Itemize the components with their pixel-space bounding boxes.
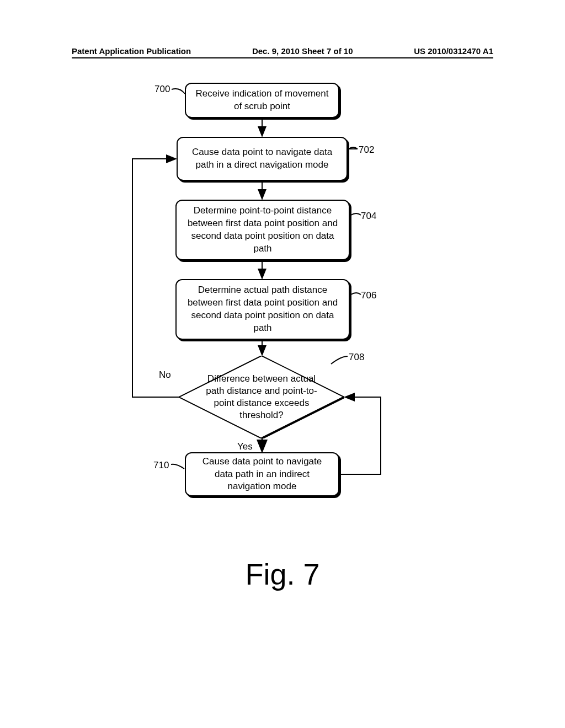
label-no: No — [159, 370, 171, 381]
header-left: Patent Application Publication — [72, 46, 191, 56]
step-700-receive-indication: Receive indication of movement of scrub … — [185, 83, 339, 118]
header-right: US 2010/0312470 A1 — [414, 46, 493, 56]
ref-704: 704 — [361, 211, 376, 222]
ref-710: 710 — [153, 460, 169, 471]
step-text: Determine actual path distance between f… — [184, 284, 341, 335]
ref-700: 700 — [154, 84, 170, 95]
ref-708: 708 — [349, 352, 364, 363]
ref-702: 702 — [359, 144, 374, 156]
step-704-p2p-distance: Determine point-to-point distance betwee… — [175, 200, 350, 260]
header-center: Dec. 9, 2010 Sheet 7 of 10 — [252, 46, 353, 56]
step-text: Cause data point to navigate data path i… — [185, 146, 339, 172]
label-yes: Yes — [237, 441, 253, 452]
decision-text: Difference between actual path distance … — [200, 373, 323, 421]
step-text: Determine point-to-point distance betwee… — [184, 205, 341, 255]
flowchart: Receive indication of movement of scrub … — [0, 77, 565, 535]
step-text: Receive indication of movement of scrub … — [194, 88, 331, 113]
step-706-actual-path-distance: Determine actual path distance between f… — [175, 279, 350, 340]
ref-706: 706 — [361, 290, 376, 301]
page-header: Patent Application Publication Dec. 9, 2… — [0, 46, 565, 58]
step-702-direct-navigation: Cause data point to navigate data path i… — [177, 137, 348, 181]
step-710-indirect-navigation: Cause data point to navigate data path i… — [185, 452, 339, 496]
step-text: Cause data point to navigate data path i… — [194, 456, 331, 494]
figure-caption: Fig. 7 — [0, 557, 565, 591]
decision-708-threshold: Difference between actual path distance … — [179, 356, 344, 438]
